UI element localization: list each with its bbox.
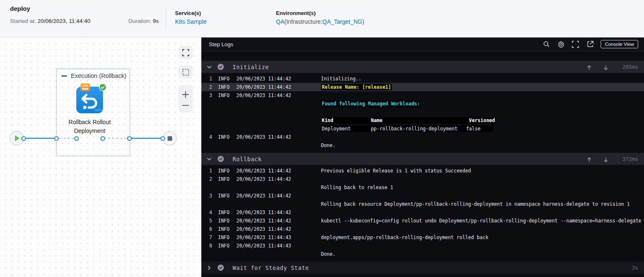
log-message: Done.	[321, 133, 644, 150]
log-text-plain: Rolling back resource Deployment/pp-roll…	[321, 201, 630, 207]
console-view-button[interactable]: Console View	[601, 40, 638, 48]
section-logs-initialize: 1INFO20/06/2023 11:44:42Initializing..2I…	[201, 73, 644, 152]
started-at-value: 20/06/2023, 11:44:40	[38, 18, 90, 24]
environments-label: Environment(s)	[276, 10, 364, 16]
section-duration: 372ms	[620, 156, 638, 162]
log-line-number: 3	[201, 91, 212, 100]
log-level: INFO	[218, 225, 236, 233]
log-section-header-rollback[interactable]: Rollback372ms	[201, 153, 644, 165]
log-row: 8INFO20/06/2023 11:44:43 Done.	[201, 242, 644, 258]
log-text-table-header: Kind Name Versioned	[321, 117, 496, 124]
log-message-line: Previous eligible Release is 1 with stat…	[321, 167, 644, 175]
log-line-number: 8	[201, 242, 212, 250]
rollback-step-node[interactable]: </>	[76, 87, 103, 113]
log-message: Release Name: [release1]	[321, 83, 644, 91]
section-success-check-icon	[218, 64, 224, 70]
log-timestamp: 20/06/2023 11:44:43	[236, 233, 321, 242]
zoom-in-icon[interactable]	[182, 91, 189, 98]
marquee-select-button[interactable]	[178, 65, 193, 79]
log-text-table-row: Deployment pp-rollback-rolling-deploymen…	[321, 125, 493, 132]
log-message-line: Release Name: [release1]	[321, 83, 644, 91]
log-row: 2INFO20/06/2023 11:44:42 Rolling back to…	[201, 175, 644, 192]
log-row: 7INFO20/06/2023 11:44:43deployment.apps/…	[201, 233, 644, 242]
log-line-number: 1	[201, 167, 212, 175]
scroll-to-top-icon[interactable]	[586, 156, 592, 162]
log-row: 1INFO20/06/2023 11:44:42Previous eligibl…	[201, 167, 644, 175]
section-success-check-icon	[218, 265, 224, 271]
log-message	[321, 208, 644, 217]
log-section-header-initialize[interactable]: Initialize285ms	[201, 61, 644, 73]
log-message: kubectl --kubeconfig=config rollout undo…	[321, 217, 644, 225]
log-row: 2INFO20/06/2023 11:44:42Release Name: [r…	[201, 83, 644, 91]
open-in-new-icon[interactable]	[586, 40, 594, 48]
collapse-group-icon[interactable]	[61, 75, 67, 77]
section-logs-rollback: 1INFO20/06/2023 11:44:42Previous eligibl…	[201, 165, 644, 260]
log-timestamp: 20/06/2023 11:44:42	[236, 225, 321, 233]
duration-label: Duration:	[128, 18, 151, 24]
log-text-plain: deployment.apps/pp-rollback-rolling-depl…	[321, 235, 489, 240]
log-text-plain: Done.	[321, 251, 336, 257]
log-level: INFO	[218, 233, 236, 242]
chevron-down-icon[interactable]	[206, 64, 212, 70]
chevron-right-icon[interactable]	[206, 265, 212, 271]
pipeline-graph-canvas[interactable]: Execution (Rollback) </>	[0, 37, 200, 277]
log-message: Rolling back to release 1	[321, 175, 644, 192]
log-line-number: 6	[201, 225, 212, 233]
scroll-to-top-icon[interactable]	[586, 64, 592, 70]
log-text-plain: Initializing..	[321, 76, 361, 82]
log-timestamp: 20/06/2023 11:44:42	[236, 83, 321, 91]
log-message: Found following Managed Workloads: Kind …	[321, 91, 644, 133]
log-message-line: Kind Name Versioned	[321, 116, 644, 125]
log-message-line	[321, 242, 644, 250]
marquee-select-icon	[182, 69, 189, 76]
scroll-to-bottom-icon[interactable]	[603, 156, 609, 162]
execution-header: deploy Started at: 20/06/2023, 11:44:40 …	[0, 0, 644, 37]
environment-link[interactable]: QA(Infrastructure:QA_Target_NG)	[276, 18, 364, 25]
log-message-line: Rolling back resource Deployment/pp-roll…	[321, 200, 644, 208]
log-level: INFO	[218, 192, 236, 200]
log-timestamp: 20/06/2023 11:44:42	[236, 192, 321, 200]
settings-gear-icon[interactable]	[557, 40, 565, 48]
zoom-out-icon[interactable]	[182, 104, 189, 107]
log-line-number: 2	[201, 175, 212, 183]
canvas-controls	[178, 46, 193, 112]
edge-connector	[127, 136, 132, 141]
log-message-line	[321, 91, 644, 100]
console-header: Step Logs Console View	[201, 37, 644, 51]
log-section-header-wait-for-steady-state[interactable]: Wait for Steady State3s	[201, 262, 644, 274]
log-timestamp: 20/06/2023 11:44:42	[236, 75, 321, 83]
console-body: Initialize285ms1INFO20/06/2023 11:44:42I…	[201, 51, 644, 274]
log-line-number: 4	[201, 208, 212, 217]
log-line-number: 2	[201, 83, 212, 91]
log-text-plain: Rolling back to release 1	[321, 185, 393, 190]
log-level: INFO	[218, 175, 236, 183]
search-icon[interactable]	[543, 40, 550, 48]
group-label[interactable]: Execution (Rollback)	[61, 72, 126, 79]
log-line-number: 7	[201, 233, 212, 242]
environments-block: Environment(s) QA(Infrastructure:QA_Targ…	[276, 10, 364, 25]
log-message-line	[321, 175, 644, 183]
fit-to-screen-button[interactable]	[178, 46, 193, 59]
log-message: deployment.apps/pp-rollback-rolling-depl…	[321, 233, 644, 242]
log-row: 3INFO20/06/2023 11:44:42 Found following…	[201, 91, 644, 133]
log-timestamp: 20/06/2023 11:44:43	[236, 242, 321, 250]
service-link[interactable]: K8s Sample	[175, 18, 206, 25]
log-level: INFO	[218, 167, 236, 175]
scroll-to-bottom-icon[interactable]	[603, 64, 609, 70]
edge-connector	[54, 136, 59, 141]
services-block: Service(s) K8s Sample	[175, 10, 206, 25]
edge-connector	[160, 136, 165, 141]
log-level: INFO	[218, 91, 236, 100]
log-timestamp: 20/06/2023 11:44:42	[236, 217, 321, 225]
group-label-text: Execution (Rollback)	[71, 72, 126, 79]
section-title: Initialize	[233, 64, 269, 70]
log-level: INFO	[218, 242, 236, 250]
log-row: 4INFO20/06/2023 11:44:42	[201, 208, 644, 217]
chevron-down-icon[interactable]	[206, 156, 212, 162]
log-timestamp: 20/06/2023 11:44:42	[236, 133, 321, 141]
log-timestamp: 20/06/2023 11:44:42	[236, 167, 321, 175]
fullscreen-icon[interactable]	[572, 40, 579, 48]
pipeline-title: deploy	[10, 5, 30, 12]
duration-value: 9s	[153, 18, 159, 24]
log-message-line	[321, 192, 644, 200]
